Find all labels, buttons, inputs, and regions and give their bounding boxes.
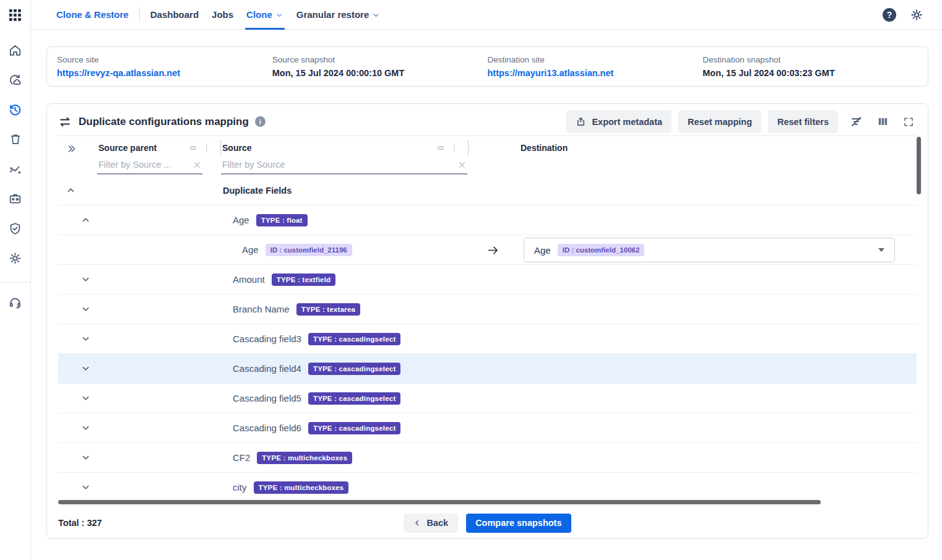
source-site-label: Source site <box>57 55 272 64</box>
field-label: Cascading field5 <box>233 393 301 403</box>
source-parent-header: Source parent <box>97 143 157 153</box>
reset-mapping-button[interactable]: Reset mapping <box>678 110 761 133</box>
info-icon[interactable]: i <box>255 116 266 127</box>
field-row: AmountTYPE : textfield <box>58 265 917 295</box>
field-row: Cascading field4TYPE : cascadingselect <box>58 354 917 384</box>
destination-field-select[interactable]: AgeID : customfield_10062 <box>524 238 895 262</box>
chevron-down-icon[interactable] <box>81 453 90 462</box>
expand-all-icon[interactable] <box>58 136 97 176</box>
columns-icon-button[interactable] <box>875 113 891 130</box>
settings-gear-icon[interactable] <box>910 8 923 22</box>
mapping-row: AgeID : customfield_21196AgeID : customf… <box>58 235 917 265</box>
export-metadata-button[interactable]: Export metadata <box>566 110 672 133</box>
sidebar-item-support-headset[interactable] <box>0 288 31 317</box>
chevron-up-icon[interactable] <box>66 186 76 195</box>
app-switcher-grid-icon[interactable] <box>0 0 30 30</box>
chevron-up-icon[interactable] <box>81 215 90 225</box>
chevron-down-icon[interactable] <box>81 394 90 403</box>
tab-jobs[interactable]: Jobs <box>212 0 233 30</box>
sidebar-item-clone[interactable] <box>0 65 31 95</box>
tab-label: Granular restore <box>296 9 369 20</box>
sidebar-item-security-shield[interactable] <box>0 213 31 243</box>
sidebar-item-trash[interactable] <box>0 124 31 154</box>
export-metadata-label: Export metadata <box>592 117 662 127</box>
drag-handle-icon[interactable] <box>436 143 446 153</box>
chevron-down-icon[interactable] <box>81 334 90 343</box>
type-badge: TYPE : multicheckboxes <box>254 481 349 494</box>
field-row: cityTYPE : multicheckboxes <box>58 473 917 499</box>
source-parent-filter-input[interactable] <box>97 160 202 170</box>
source-parent-filter <box>97 156 202 174</box>
type-badge: TYPE : textarea <box>296 303 360 316</box>
panel-header: Duplicate configurations mapping i Expor… <box>58 104 917 130</box>
sidebar-item-restore-history[interactable] <box>0 95 31 124</box>
chevron-down-icon[interactable] <box>81 364 90 373</box>
source-header: Source <box>221 143 251 153</box>
sidebar-item-settings[interactable] <box>0 243 31 273</box>
clear-filters-icon-button[interactable] <box>847 113 865 131</box>
back-button[interactable]: Back <box>404 514 458 533</box>
top-bar: Clone & Restore DashboardJobsCloneGranul… <box>31 0 942 30</box>
chevron-left-icon <box>413 519 421 527</box>
destination-site-block: Destination site https://mayuri13.atlass… <box>488 55 703 78</box>
sidebar-item-license-badge[interactable] <box>0 184 31 213</box>
chevron-down-icon[interactable] <box>81 423 90 433</box>
field-row: CF2TYPE : multicheckboxes <box>58 443 917 473</box>
field-row: AgeTYPE : float <box>58 205 917 235</box>
topbar-actions: ? <box>883 8 923 22</box>
destination-snapshot-label: Destination snapshot <box>702 55 918 64</box>
type-badge: TYPE : textfield <box>272 274 336 286</box>
source-field-label: Age <box>242 244 259 255</box>
type-badge: TYPE : cascadingselect <box>308 363 401 375</box>
destination-header: Destination <box>519 143 568 153</box>
column-menu-icon[interactable] <box>202 144 211 152</box>
tab-dashboard[interactable]: Dashboard <box>150 0 199 30</box>
vertical-scrollbar[interactable] <box>917 137 921 194</box>
tab-label: Clone <box>246 9 272 20</box>
select-caret-icon <box>878 248 884 252</box>
compare-snapshots-button[interactable]: Compare snapshots <box>466 514 571 533</box>
sidebar-item-analytics[interactable] <box>0 154 31 184</box>
chevron-down-icon[interactable] <box>81 304 90 314</box>
main-content: Source site https://revyz-qa.atlassian.n… <box>31 30 942 539</box>
destination-snapshot-value: Mon, 15 Jul 2024 00:03:23 GMT <box>702 68 918 78</box>
field-label: city <box>233 482 247 493</box>
field-label: CF2 <box>233 452 250 463</box>
table-header: Source parent <box>58 136 917 176</box>
horizontal-scrollbar[interactable] <box>58 500 821 504</box>
field-label: Amount <box>233 274 265 285</box>
left-rail <box>0 0 31 560</box>
field-label: Cascading field4 <box>233 363 301 374</box>
source-snapshot-value: Mon, 15 Jul 2024 00:00:10 GMT <box>272 68 488 78</box>
tab-granular-restore[interactable]: Granular restore <box>296 0 381 30</box>
app-title[interactable]: Clone & Restore <box>56 9 129 20</box>
source-site-link[interactable]: https://revyz-qa.atlassian.net <box>57 68 272 78</box>
fullscreen-icon-button[interactable] <box>901 114 917 130</box>
field-row: Cascading field6TYPE : cascadingselect <box>58 413 917 443</box>
source-snapshot-label: Source snapshot <box>272 55 488 64</box>
security-shield-icon <box>8 222 22 236</box>
clear-filter-icon[interactable] <box>193 161 201 169</box>
column-menu-icon[interactable] <box>450 144 459 152</box>
destination-snapshot-block: Destination snapshot Mon, 15 Jul 2024 00… <box>702 55 918 78</box>
source-filter-input[interactable] <box>221 160 467 170</box>
export-icon <box>576 116 586 127</box>
tab-clone[interactable]: Clone <box>246 0 283 30</box>
help-icon[interactable]: ? <box>883 8 896 22</box>
chevron-down-icon[interactable] <box>81 275 90 284</box>
home-icon <box>8 43 22 58</box>
drag-handle-icon[interactable] <box>188 143 198 153</box>
chevron-down-icon[interactable] <box>81 483 90 492</box>
clear-filter-icon[interactable] <box>458 161 466 169</box>
reset-filters-button[interactable]: Reset filters <box>768 110 838 133</box>
sidebar-item-home[interactable] <box>0 35 31 65</box>
snapshot-info-card: Source site https://revyz-qa.atlassian.n… <box>46 46 928 87</box>
field-label: Branch Name <box>233 304 290 314</box>
analytics-icon <box>8 162 22 176</box>
nav-divider <box>139 7 140 22</box>
license-badge-icon <box>8 192 22 206</box>
destination-id-badge: ID : customfield_10062 <box>558 244 645 256</box>
source-parent-header-tools <box>188 140 221 155</box>
destination-site-link[interactable]: https://mayuri13.atlassian.net <box>488 68 703 78</box>
panel-footer: Total : 327 Back Compare snapshots <box>58 512 917 534</box>
